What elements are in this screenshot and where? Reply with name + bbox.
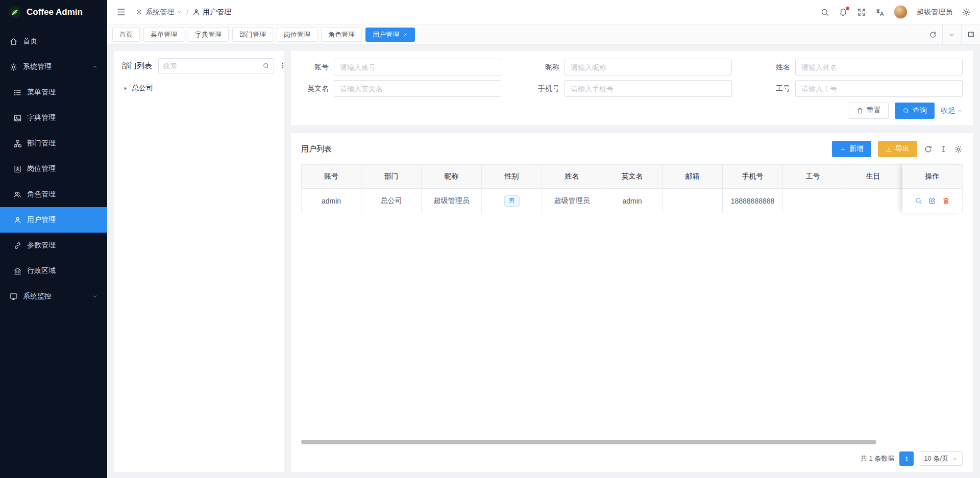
notification-dot	[846, 7, 849, 10]
phone-input[interactable]	[565, 80, 732, 97]
filter-panel: 账号 昵称 姓名 英文名	[291, 51, 973, 125]
department-panel-title: 部门列表	[121, 61, 152, 71]
sidebar-item-label: 字典管理	[27, 113, 56, 122]
user-list-title: 用户列表	[301, 144, 332, 154]
collapse-sidebar-icon[interactable]	[116, 7, 126, 17]
filter-field-job-no: 工号	[763, 80, 963, 97]
column-header: 账号	[301, 164, 361, 189]
tab-label: 部门管理	[239, 30, 266, 39]
collapse-filter-link[interactable]: 收起	[941, 106, 963, 115]
table-row: admin 总公司 超级管理员 男 超级管理员 admin 1888888888…	[301, 189, 902, 213]
tab-role-mgmt[interactable]: 角色管理	[321, 28, 362, 42]
en-name-input[interactable]	[334, 80, 501, 97]
notification-bell-icon[interactable]	[839, 8, 848, 17]
search-button[interactable]: 查询	[895, 103, 935, 119]
fullscreen-icon[interactable]	[857, 8, 866, 17]
job-no-input[interactable]	[795, 80, 963, 97]
tree-node-head-office[interactable]: 总公司	[121, 81, 277, 96]
horizontal-scrollbar[interactable]	[301, 440, 897, 444]
user-list-panel: 用户列表 新增 导出	[291, 133, 973, 472]
translate-icon[interactable]	[875, 8, 885, 17]
id-badge-icon	[13, 165, 22, 173]
filter-field-name: 姓名	[763, 59, 963, 76]
tab-label: 岗位管理	[284, 30, 310, 39]
link-icon	[13, 241, 22, 250]
caret-right-icon[interactable]	[122, 86, 128, 91]
gender-tag: 男	[504, 195, 520, 207]
cell-gender: 男	[482, 189, 542, 213]
dept-search-input[interactable]	[158, 58, 258, 73]
sidebar-item-param-mgmt[interactable]: 参数管理	[0, 233, 107, 258]
breadcrumb-user-mgmt[interactable]: 用户管理	[192, 8, 231, 17]
edit-user-icon[interactable]	[928, 197, 936, 205]
filter-field-account: 账号	[301, 59, 501, 76]
sidebar-item-home[interactable]: 首页	[0, 29, 107, 54]
tab-post-mgmt[interactable]: 岗位管理	[277, 28, 317, 42]
department-search	[158, 58, 274, 73]
cell-en-name: admin	[602, 189, 663, 213]
breadcrumb-label: 用户管理	[203, 8, 231, 17]
column-header: 手机号	[723, 164, 783, 189]
dept-search-button[interactable]	[258, 58, 274, 73]
search-icon[interactable]	[820, 8, 829, 17]
app-root: Coffee Admin 首页 系统管理 菜单管理 字典管理	[0, 0, 980, 478]
sidebar-item-label: 系统监控	[23, 292, 52, 301]
table-settings-gear-icon[interactable]	[954, 145, 963, 154]
sidebar-item-dict-mgmt[interactable]: 字典管理	[0, 105, 107, 131]
sidebar-item-region-mgmt[interactable]: 行政区域	[0, 258, 107, 284]
user-list-actions: 新增 导出	[832, 141, 963, 157]
nickname-input[interactable]	[565, 59, 732, 76]
user-name[interactable]: 超级管理员	[917, 8, 952, 17]
close-icon[interactable]	[403, 32, 408, 37]
scrollbar-thumb[interactable]	[301, 440, 876, 444]
page-content: 部门列表 总公	[107, 45, 980, 478]
cell-name: 超级管理员	[542, 189, 602, 213]
tab-home[interactable]: 首页	[112, 28, 140, 42]
add-user-button[interactable]: 新增	[832, 141, 871, 157]
reset-button[interactable]: 重置	[849, 103, 889, 119]
sidebar-item-label: 岗位管理	[27, 164, 56, 173]
sidebar-item-user-mgmt[interactable]: 用户管理	[0, 207, 107, 233]
refresh-tabs-icon[interactable]	[924, 24, 942, 44]
search-icon	[262, 62, 270, 69]
sidebar-item-post-mgmt[interactable]: 岗位管理	[0, 156, 107, 182]
sidebar-item-label: 首页	[23, 37, 37, 46]
user-avatar[interactable]	[894, 5, 908, 19]
column-settings-icon[interactable]	[939, 145, 947, 153]
gear-icon	[135, 8, 143, 16]
app-title: Coffee Admin	[27, 7, 83, 17]
tab-dict-mgmt[interactable]: 字典管理	[188, 28, 229, 42]
account-input[interactable]	[334, 59, 501, 76]
sidebar-item-dept-mgmt[interactable]: 部门管理	[0, 131, 107, 156]
app-logo[interactable]: Coffee Admin	[0, 0, 107, 24]
page-1-button[interactable]: 1	[899, 451, 914, 466]
page-size-select[interactable]: 10 条/页	[919, 451, 963, 466]
sidebar-item-monitor[interactable]: 系统监控	[0, 284, 107, 309]
field-label: 工号	[763, 84, 795, 93]
view-user-icon[interactable]	[915, 197, 922, 205]
export-button[interactable]: 导出	[878, 141, 917, 157]
sidebar-item-label: 角色管理	[27, 190, 56, 199]
settings-gear-icon[interactable]	[962, 8, 971, 17]
tabs-dropdown-chevron-icon[interactable]	[943, 24, 961, 44]
tab-user-mgmt[interactable]: 用户管理	[365, 28, 415, 42]
refresh-table-icon[interactable]	[924, 145, 933, 154]
dept-more-icon[interactable]	[278, 61, 287, 71]
topbar: 系统管理 / 用户管理	[107, 0, 980, 24]
breadcrumb-separator: /	[186, 8, 188, 16]
field-label: 账号	[301, 63, 334, 72]
sidebar-item-menu-mgmt[interactable]: 菜单管理	[0, 80, 107, 105]
name-input[interactable]	[795, 59, 963, 76]
chevron-down-icon	[92, 293, 98, 299]
sidebar-item-role-mgmt[interactable]: 角色管理	[0, 182, 107, 207]
fold-panel-icon[interactable]	[962, 24, 980, 44]
list-icon	[13, 88, 22, 97]
breadcrumb-system-mgmt[interactable]: 系统管理	[135, 8, 182, 17]
tab-menu-mgmt[interactable]: 菜单管理	[143, 28, 184, 42]
sidebar-item-system[interactable]: 系统管理	[0, 54, 107, 80]
filter-grid: 账号 昵称 姓名 英文名	[301, 59, 963, 97]
user-table-scroll-area[interactable]: 账号 部门 昵称 性别 姓名 英文名 邮箱 手机号 工号 生日	[301, 164, 902, 213]
tab-dept-mgmt[interactable]: 部门管理	[232, 28, 273, 42]
delete-user-icon[interactable]	[942, 197, 950, 205]
column-header: 英文名	[602, 164, 663, 189]
